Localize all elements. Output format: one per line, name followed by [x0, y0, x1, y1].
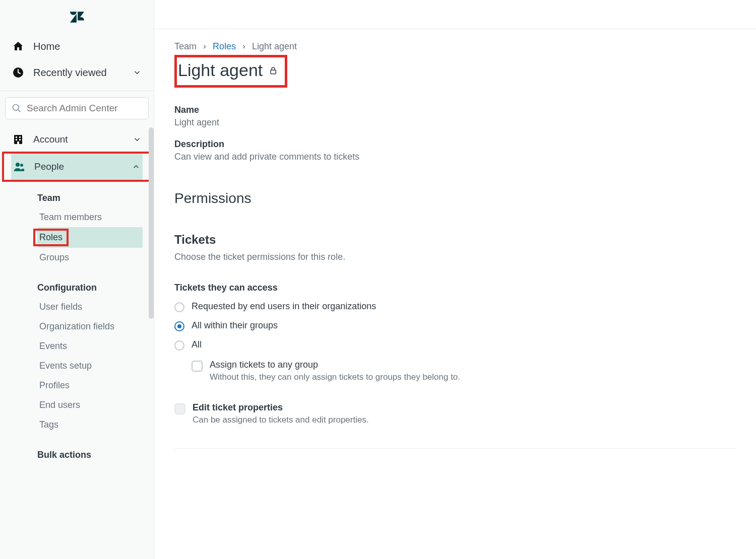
- subitem-roles[interactable]: Roles: [37, 227, 143, 248]
- main: Team Roles Light agent Light agent: [154, 0, 756, 559]
- subitem-roles-label: Roles: [39, 232, 62, 242]
- svg-rect-7: [17, 142, 19, 144]
- chevron-up-icon: [132, 162, 141, 171]
- building-icon: [12, 133, 24, 146]
- page-title-highlight: Light agent: [174, 55, 287, 88]
- tickets-section: Tickets Choose the ticket permissions fo…: [174, 233, 736, 449]
- nav-home-label: Home: [33, 41, 60, 52]
- zendesk-logo-icon: [70, 11, 84, 23]
- people-sublist: Team Team members Roles Groups Configura…: [11, 182, 143, 464]
- check-assign-any-group[interactable]: Assign tickets to any group Without this…: [192, 360, 736, 382]
- crumb-team[interactable]: Team: [174, 41, 197, 52]
- sidebar-account[interactable]: Account: [11, 127, 143, 152]
- subitem-groups[interactable]: Groups: [37, 248, 143, 267]
- subitem-events[interactable]: Events: [37, 336, 143, 356]
- name-value: Light agent: [174, 117, 736, 128]
- edit-hint: Can be assigned to tickets and edit prop…: [193, 415, 369, 425]
- svg-rect-4: [19, 136, 21, 138]
- subheading-configuration: Configuration: [37, 277, 143, 297]
- sidebar-people-highlight: People: [2, 152, 152, 182]
- radio-icon: [174, 340, 184, 351]
- radio-selected-icon: [174, 321, 184, 331]
- subitem-team-members[interactable]: Team members: [37, 207, 143, 227]
- sidebar-sections: Account People: [0, 127, 154, 464]
- subitem-organization-fields[interactable]: Organization fields: [37, 317, 143, 336]
- check-text: Edit ticket properties Can be assigned t…: [193, 402, 369, 425]
- subitem-events-setup[interactable]: Events setup: [37, 356, 143, 376]
- sidebar: Home Recently viewed: [0, 0, 154, 559]
- people-icon: [13, 161, 25, 173]
- svg-point-1: [13, 105, 19, 111]
- search-icon: [12, 103, 22, 113]
- chevron-down-icon: [133, 68, 142, 77]
- radio-icon: [174, 302, 184, 312]
- edit-label: Edit ticket properties: [193, 402, 369, 413]
- svg-point-8: [16, 163, 20, 167]
- crumb-current: Light agent: [252, 41, 297, 52]
- chevron-down-icon: [133, 135, 142, 144]
- top-bar: [154, 0, 756, 29]
- assign-hint: Without this, they can only assign ticke…: [210, 372, 460, 382]
- nav-recent-label: Recently viewed: [33, 67, 107, 79]
- content: Team Roles Light agent Light agent: [154, 29, 756, 469]
- svg-rect-3: [16, 136, 17, 138]
- footer-divider: [174, 448, 736, 449]
- scrollbar[interactable]: [149, 127, 154, 319]
- check-text: Assign tickets to any group Without this…: [210, 360, 460, 382]
- assign-label: Assign tickets to any group: [210, 360, 460, 370]
- permissions: Permissions Tickets Choose the ticket pe…: [174, 190, 736, 449]
- sidebar-scroll: Account People: [0, 127, 154, 559]
- radio-option-requested[interactable]: Requested by end users in their organiza…: [174, 301, 736, 312]
- subheading-bulk-actions: Bulk actions: [37, 445, 143, 464]
- meta-description: Description Can view and add private com…: [174, 139, 736, 162]
- chevron-right-icon: [202, 44, 208, 50]
- roles-highlight: Roles: [33, 229, 69, 246]
- subitem-end-users[interactable]: End users: [37, 395, 143, 415]
- check-edit-properties[interactable]: Edit ticket properties Can be assigned t…: [174, 402, 736, 425]
- subheading-team: Team: [37, 188, 143, 207]
- home-icon: [12, 40, 24, 52]
- search-box[interactable]: [5, 97, 149, 119]
- svg-point-9: [20, 164, 23, 167]
- sidebar-people-label: People: [34, 161, 64, 172]
- svg-rect-6: [19, 139, 21, 141]
- title-wrap: Light agent: [174, 55, 736, 88]
- subitem-user-fields[interactable]: User fields: [37, 297, 143, 317]
- description-label: Description: [174, 139, 736, 150]
- nav-recently-viewed[interactable]: Recently viewed: [8, 59, 146, 86]
- subitem-profiles[interactable]: Profiles: [37, 376, 143, 395]
- tickets-heading: Tickets: [174, 233, 736, 247]
- name-label: Name: [174, 105, 736, 115]
- radio-option-all[interactable]: All: [174, 339, 736, 351]
- radio-label: Requested by end users in their organiza…: [192, 301, 376, 312]
- breadcrumb: Team Roles Light agent: [174, 41, 736, 52]
- svg-rect-5: [16, 139, 17, 141]
- chevron-right-icon: [241, 44, 247, 50]
- divider: [0, 91, 154, 91]
- app-root: Home Recently viewed: [0, 0, 756, 559]
- svg-rect-10: [271, 70, 276, 74]
- page-title: Light agent: [178, 60, 263, 80]
- sidebar-people[interactable]: People: [11, 154, 143, 180]
- clock-icon: [12, 66, 24, 79]
- meta: Name Light agent Description Can view an…: [174, 105, 736, 162]
- radio-option-groups[interactable]: All within their groups: [174, 320, 736, 331]
- crumb-roles[interactable]: Roles: [213, 41, 236, 52]
- meta-name: Name Light agent: [174, 105, 736, 128]
- nav-home[interactable]: Home: [8, 33, 146, 59]
- permissions-heading: Permissions: [174, 190, 736, 206]
- tickets-hint: Choose the ticket permissions for this r…: [174, 252, 736, 262]
- radio-label: All within their groups: [192, 320, 278, 331]
- logo-row: [0, 0, 154, 33]
- search-input[interactable]: [27, 103, 142, 114]
- checkbox-disabled-icon: [174, 403, 185, 414]
- lock-icon: [269, 65, 278, 76]
- description-value: Can view and add private comments to tic…: [174, 152, 736, 162]
- search-wrap: [0, 97, 154, 127]
- checkbox-icon: [192, 361, 203, 372]
- sidebar-account-label: Account: [33, 134, 68, 145]
- access-label: Tickets they can access: [174, 283, 736, 293]
- radio-label: All: [192, 339, 202, 350]
- subitem-tags[interactable]: Tags: [37, 415, 143, 435]
- nav-top: Home Recently viewed: [0, 33, 154, 88]
